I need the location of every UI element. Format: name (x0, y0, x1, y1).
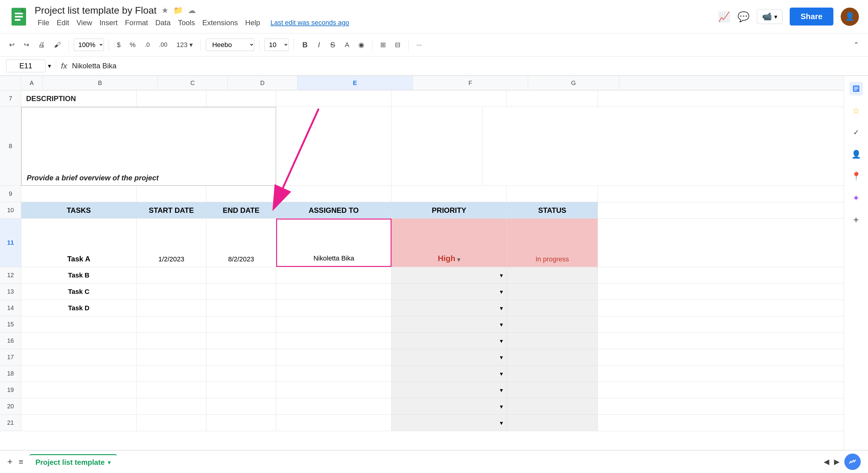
cell-g10-status[interactable]: STATUS (507, 202, 598, 218)
cell-ref-input[interactable]: E11 (6, 60, 45, 72)
cell-b15[interactable] (21, 316, 136, 332)
cell-c20[interactable] (136, 398, 206, 414)
dollar-button[interactable]: $ (114, 39, 124, 51)
cell-b11-task[interactable]: Task A (21, 218, 136, 267)
paint-format-button[interactable]: 🖌 (51, 39, 64, 51)
cell-e9[interactable] (276, 186, 392, 202)
redo-button[interactable]: ↪ (21, 39, 32, 51)
sidebar-ai-icon[interactable]: ✦ (849, 191, 863, 205)
cell-g21[interactable] (507, 415, 598, 431)
cell-d14[interactable] (206, 300, 276, 316)
strikethrough-button[interactable]: S (327, 39, 339, 51)
cell-e11-assignedto[interactable]: Nikoletta Bika (276, 218, 392, 267)
comments-icon[interactable]: 💬 (738, 11, 750, 23)
font-size-select[interactable]: 10 (265, 38, 289, 51)
cell-f9[interactable] (392, 186, 507, 202)
sheet-tab-arrow[interactable]: ▾ (108, 459, 111, 466)
col-header-d[interactable]: D (228, 76, 298, 90)
cell-e7[interactable] (276, 90, 392, 107)
cell-d21[interactable] (206, 415, 276, 431)
col-header-g[interactable]: G (528, 76, 619, 90)
cell-b8-merged[interactable]: Provide a brief overview of the project (21, 107, 276, 186)
sidebar-contacts-icon[interactable]: 👤 (849, 148, 863, 161)
more-options-button[interactable]: ··· (413, 39, 425, 51)
cell-b12[interactable]: Task B (21, 267, 136, 283)
cell-e14[interactable] (276, 300, 392, 316)
cell-g16[interactable] (507, 333, 598, 349)
cell-d17[interactable] (206, 349, 276, 365)
f13-dropdown[interactable]: ▾ (500, 288, 503, 295)
f17-dropdown[interactable]: ▾ (500, 354, 503, 361)
cell-f8[interactable] (276, 107, 392, 185)
cell-f7[interactable] (392, 90, 507, 107)
menu-file[interactable]: File (35, 17, 53, 28)
cell-g17[interactable] (507, 349, 598, 365)
cell-g19[interactable] (507, 382, 598, 398)
cell-g13[interactable] (507, 284, 598, 300)
explore-button[interactable] (844, 453, 861, 470)
share-button[interactable]: Share (790, 8, 833, 26)
cell-d13[interactable] (206, 284, 276, 300)
cell-e18[interactable] (276, 365, 392, 382)
cell-f19[interactable]: ▾ (392, 382, 507, 398)
sidebar-tasks-icon[interactable]: ✓ (849, 126, 863, 139)
menu-insert[interactable]: Insert (96, 17, 121, 28)
cell-c10-startdate[interactable]: START DATE (136, 202, 206, 218)
cell-e15[interactable] (276, 316, 392, 332)
cell-e16[interactable] (276, 333, 392, 349)
decimal-less-button[interactable]: .0 (142, 39, 153, 50)
doc-title[interactable]: Project list template by Float (35, 5, 157, 16)
cell-e20[interactable] (276, 398, 392, 414)
cell-b10-tasks[interactable]: TASKS (21, 202, 136, 218)
menu-data[interactable]: Data (152, 17, 174, 28)
cell-c9[interactable] (136, 186, 206, 202)
cell-c7[interactable] (136, 90, 206, 107)
cell-c14[interactable] (136, 300, 206, 316)
cell-g9[interactable] (507, 186, 598, 202)
cell-g11-status[interactable]: In progress (507, 218, 598, 267)
priority-dropdown-arrow[interactable]: ▾ (457, 256, 460, 263)
cell-g12[interactable] (507, 267, 598, 283)
cloud-icon[interactable]: ☁ (188, 6, 196, 15)
menu-tools[interactable]: Tools (175, 17, 198, 28)
cell-b20[interactable] (21, 398, 136, 414)
percent-button[interactable]: % (127, 39, 139, 51)
cell-b18[interactable] (21, 365, 136, 382)
cell-f17[interactable]: ▾ (392, 349, 507, 365)
cell-c15[interactable] (136, 316, 206, 332)
sidebar-add-icon[interactable]: + (849, 213, 863, 227)
formula-input[interactable]: Nikoletta Bika (72, 62, 862, 70)
cell-c13[interactable] (136, 284, 206, 300)
cell-b19[interactable] (21, 382, 136, 398)
col-header-f[interactable]: F (413, 76, 528, 90)
cell-f14[interactable]: ▾ (392, 300, 507, 316)
menu-format[interactable]: Format (122, 17, 151, 28)
cell-e13[interactable] (276, 284, 392, 300)
sheet-tab[interactable]: Project list template ▾ (29, 454, 117, 470)
cell-f20[interactable]: ▾ (392, 398, 507, 414)
number-format-button[interactable]: 123 ▾ (173, 39, 196, 51)
cell-e10-assignedto[interactable]: ASSIGNED TO (276, 202, 392, 218)
f12-dropdown[interactable]: ▾ (500, 272, 503, 279)
print-button[interactable]: 🖨 (35, 39, 48, 51)
cell-d20[interactable] (206, 398, 276, 414)
cell-e17[interactable] (276, 349, 392, 365)
f21-dropdown[interactable]: ▾ (500, 419, 503, 426)
cell-b14[interactable]: Task D (21, 300, 136, 316)
cell-c21[interactable] (136, 415, 206, 431)
menu-view[interactable]: View (73, 17, 95, 28)
cell-d15[interactable] (206, 316, 276, 332)
cell-c17[interactable] (136, 349, 206, 365)
cell-b9[interactable] (21, 186, 136, 202)
cell-d12[interactable] (206, 267, 276, 283)
cell-d18[interactable] (206, 365, 276, 382)
col-header-e[interactable]: E (298, 76, 413, 90)
cell-b17[interactable] (21, 349, 136, 365)
collapse-toolbar-button[interactable]: ⌃ (850, 39, 862, 51)
decimal-more-button[interactable]: .00 (156, 39, 170, 50)
cell-g18[interactable] (507, 365, 598, 382)
col-header-a[interactable]: A (21, 76, 42, 90)
cell-f16[interactable]: ▾ (392, 333, 507, 349)
col-header-b[interactable]: B (42, 76, 158, 90)
meet-button[interactable]: 📹 ▾ (757, 9, 782, 24)
